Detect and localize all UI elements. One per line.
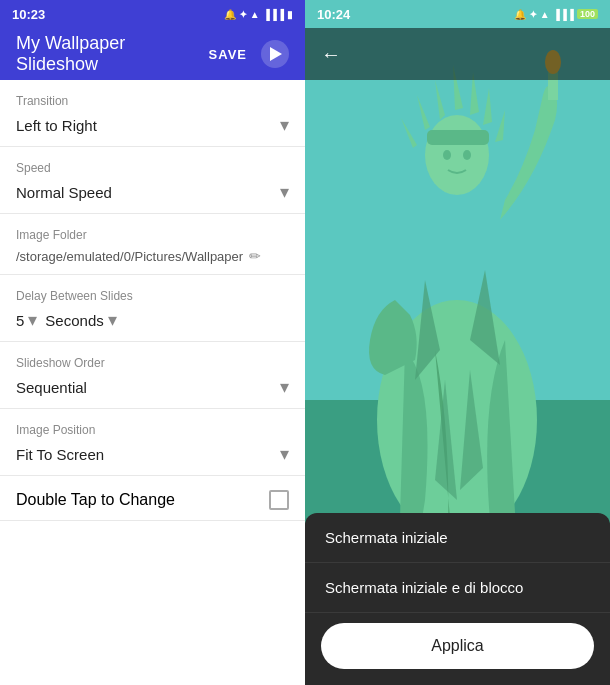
- signal-icon-right: ▐▐▐: [553, 9, 574, 20]
- slideshow-order-section: Slideshow Order Sequential ▾: [0, 342, 305, 409]
- transition-value: Left to Right: [16, 117, 97, 134]
- edit-icon[interactable]: ✏: [249, 248, 261, 264]
- speed-dropdown[interactable]: Normal Speed ▾: [16, 181, 289, 203]
- delay-section: Delay Between Slides 5 ▾ Seconds ▾: [0, 275, 305, 342]
- image-position-section: Image Position Fit To Screen ▾: [0, 409, 305, 476]
- right-panel: 10:24 🔔 ✦ ▲ ▐▐▐ 100 ← Schermata iniziale…: [305, 0, 610, 685]
- slideshow-order-arrow-icon: ▾: [280, 376, 289, 398]
- image-folder-section: Image Folder /storage/emulated/0/Picture…: [0, 214, 305, 275]
- delay-unit-text: Seconds: [45, 312, 103, 329]
- battery-icon: ▮: [287, 9, 293, 20]
- transition-dropdown[interactable]: Left to Right ▾: [16, 114, 289, 136]
- settings-content: Transition Left to Right ▾ Speed Normal …: [0, 80, 305, 685]
- svg-point-8: [463, 150, 471, 160]
- bottom-sheet: Schermata iniziale Schermata iniziale e …: [305, 513, 610, 685]
- svg-point-7: [443, 150, 451, 160]
- header-left: My Wallpaper Slideshow SAVE: [0, 28, 305, 80]
- speed-value: Normal Speed: [16, 184, 112, 201]
- time-left: 10:23: [12, 7, 45, 22]
- back-button[interactable]: ←: [321, 43, 341, 66]
- bluetooth-icon: ✦: [239, 9, 247, 20]
- play-icon: [270, 47, 282, 61]
- save-button[interactable]: SAVE: [209, 47, 247, 62]
- image-folder-value: /storage/emulated/0/Pictures/Wallpaper ✏: [16, 248, 289, 264]
- speed-arrow-icon: ▾: [280, 181, 289, 203]
- image-folder-label: Image Folder: [16, 228, 289, 242]
- image-position-arrow-icon: ▾: [280, 443, 289, 465]
- double-tap-label: Double Tap to Change: [16, 491, 175, 509]
- speed-label: Speed: [16, 161, 289, 175]
- image-position-label: Image Position: [16, 423, 289, 437]
- header-right: ←: [305, 28, 610, 80]
- svg-point-5: [425, 115, 489, 195]
- sheet-option-home-label: Schermata iniziale: [325, 529, 448, 546]
- battery-icon-right: 100: [577, 9, 598, 19]
- double-tap-section: Double Tap to Change: [0, 476, 305, 521]
- delay-unit-dropdown[interactable]: Seconds ▾: [45, 309, 116, 331]
- transition-section: Transition Left to Right ▾: [0, 80, 305, 147]
- signal-icon: ▐▐▐: [263, 9, 284, 20]
- folder-path-text: /storage/emulated/0/Pictures/Wallpaper: [16, 249, 243, 264]
- status-bar-left: 10:23 🔔 ✦ ▲ ▐▐▐ ▮: [0, 0, 305, 28]
- time-right: 10:24: [317, 7, 350, 22]
- delay-unit-arrow-icon: ▾: [108, 309, 117, 331]
- image-position-dropdown[interactable]: Fit To Screen ▾: [16, 443, 289, 465]
- slideshow-order-dropdown[interactable]: Sequential ▾: [16, 376, 289, 398]
- transition-arrow-icon: ▾: [280, 114, 289, 136]
- bluetooth-icon-right: ✦: [529, 9, 537, 20]
- sheet-option-home-lock-label: Schermata iniziale e di blocco: [325, 579, 523, 596]
- slideshow-order-label: Slideshow Order: [16, 356, 289, 370]
- apply-label: Applica: [431, 637, 483, 654]
- double-tap-row: Double Tap to Change: [16, 490, 289, 510]
- delay-number-arrow-icon: ▾: [28, 309, 37, 331]
- left-panel: 10:23 🔔 ✦ ▲ ▐▐▐ ▮ My Wallpaper Slideshow…: [0, 0, 305, 685]
- alarm-icon: 🔔: [224, 9, 236, 20]
- delay-number-dropdown[interactable]: 5 ▾: [16, 309, 37, 331]
- alarm-icon-right: 🔔: [514, 9, 526, 20]
- delay-row: 5 ▾ Seconds ▾: [16, 309, 289, 331]
- speed-section: Speed Normal Speed ▾: [0, 147, 305, 214]
- double-tap-checkbox[interactable]: [269, 490, 289, 510]
- slideshow-order-value: Sequential: [16, 379, 87, 396]
- apply-button[interactable]: Applica: [321, 623, 594, 669]
- sheet-option-home[interactable]: Schermata iniziale: [305, 513, 610, 563]
- sheet-option-home-lock[interactable]: Schermata iniziale e di blocco: [305, 563, 610, 613]
- app-title: My Wallpaper Slideshow: [16, 33, 209, 75]
- status-icons-left: 🔔 ✦ ▲ ▐▐▐ ▮: [224, 9, 293, 20]
- delay-number: 5: [16, 312, 24, 329]
- delay-label: Delay Between Slides: [16, 289, 289, 303]
- wifi-icon-right: ▲: [540, 9, 550, 20]
- transition-label: Transition: [16, 94, 289, 108]
- svg-rect-6: [427, 130, 489, 145]
- status-bar-right: 10:24 🔔 ✦ ▲ ▐▐▐ 100: [305, 0, 610, 28]
- header-actions: SAVE: [209, 40, 289, 68]
- wifi-icon: ▲: [250, 9, 260, 20]
- play-button[interactable]: [261, 40, 289, 68]
- image-position-value: Fit To Screen: [16, 446, 104, 463]
- status-icons-right: 🔔 ✦ ▲ ▐▐▐ 100: [514, 9, 598, 20]
